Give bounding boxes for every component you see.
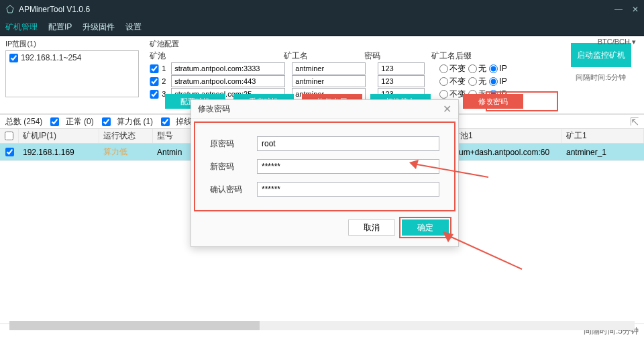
pool-password-input[interactable] [378, 62, 425, 75]
close-button[interactable]: ✕ [632, 5, 639, 14]
pool-password-input[interactable] [378, 75, 425, 87]
horizontal-scrollbar[interactable] [9, 321, 635, 330]
pool-header-worker: 矿工名 [284, 50, 364, 62]
col-pool1[interactable]: 矿池1 [448, 129, 562, 143]
menu-settings[interactable]: 设置 [125, 19, 142, 36]
new-password-input[interactable] [257, 159, 439, 174]
confirm-password-label: 确认密码 [210, 184, 257, 195]
pool-row-checkbox[interactable] [150, 90, 159, 99]
pool-url-input[interactable] [171, 75, 285, 87]
new-password-label: 新密码 [210, 161, 257, 172]
dialog-cancel-button[interactable]: 取消 [348, 219, 395, 236]
select-all-checkbox[interactable] [5, 132, 13, 140]
dialog-ok-button[interactable]: 确定 [402, 219, 449, 236]
ip-range-text: 192.168.1.1~254 [21, 53, 81, 62]
ip-range-list: 192.168.1.1~254 [5, 50, 139, 97]
status-total: 总数 (254) [5, 116, 42, 128]
pool-row-checkbox[interactable] [150, 77, 159, 86]
menu-upgrade[interactable]: 升级固件 [83, 19, 115, 36]
side-action-panel: 启动监控矿机 间隔时间:5分钟 [557, 36, 644, 113]
col-state[interactable]: 运行状态 [99, 129, 153, 143]
pool-row: 2 不变 无 IP [150, 75, 552, 87]
old-password-label: 原密码 [210, 138, 257, 150]
ip-range-label: IP范围(1) [5, 39, 139, 49]
col-ip[interactable]: 矿机IP(1) [19, 129, 99, 143]
col-worker1[interactable]: 矿工1 [562, 129, 644, 143]
suffix-radio-none[interactable]: 无 [468, 76, 486, 87]
cell-ip: 192.168.1.169 [19, 148, 99, 157]
suffix-radio-none[interactable]: 无 [468, 63, 486, 75]
pool-row-index: 2 [162, 77, 168, 85]
ip-range-item[interactable]: 192.168.1.1~254 [9, 52, 136, 63]
status-lowhash-checkbox[interactable] [102, 117, 111, 126]
cell-state: 算力低 [99, 146, 153, 158]
change-password-dialog: 修改密码 ✕ 原密码 新密码 确认密码 取消 确定 [191, 99, 459, 247]
status-offline-checkbox[interactable] [161, 117, 170, 126]
pool-header-pool: 矿池 [150, 50, 284, 62]
pool-header-suffix: 矿工名后缀 [431, 50, 552, 62]
menu-bar: 矿机管理 配置IP 升级固件 设置 [0, 19, 644, 36]
change-password-button[interactable]: 修改密码 [463, 94, 523, 109]
ip-range-checkbox[interactable] [9, 54, 18, 62]
suffix-radio-ip[interactable]: IP [489, 77, 506, 86]
pool-row-checkbox[interactable] [150, 64, 159, 73]
coin-selector[interactable]: BTC/BCH ▾ [598, 38, 636, 46]
pool-row-index: 1 [162, 64, 168, 72]
pool-config-label: 矿池配置 [150, 39, 552, 49]
minimize-button[interactable]: — [614, 5, 623, 14]
pool-worker-input[interactable] [292, 62, 366, 75]
cell-worker: antminer_1 [562, 148, 644, 157]
old-password-input[interactable] [257, 136, 439, 151]
confirm-password-input[interactable] [257, 182, 439, 197]
status-normal[interactable]: 正常 (0) [50, 116, 93, 128]
suffix-radio-keep[interactable]: 不变 [439, 76, 466, 87]
suffix-radio-keep[interactable]: 不变 [439, 63, 466, 75]
ip-range-panel: IP范围(1) 192.168.1.1~254 [0, 36, 144, 113]
dialog-close-button[interactable]: ✕ [443, 103, 451, 115]
menu-config-ip[interactable]: 配置IP [48, 19, 72, 36]
status-normal-checkbox[interactable] [50, 117, 59, 126]
row-checkbox[interactable] [5, 148, 14, 156]
pool-url-input[interactable] [171, 62, 285, 75]
menu-miner-manage[interactable]: 矿机管理 [5, 19, 38, 36]
interval-note: 间隔时间:5分钟 [576, 72, 626, 83]
suffix-radio-ip[interactable]: IP [489, 64, 506, 73]
pool-header-password: 密码 [364, 50, 431, 62]
pool-row: 1 不变 无 IP [150, 62, 552, 75]
app-title: APMinerTool V1.0.6 [19, 5, 90, 14]
pool-worker-input[interactable] [292, 75, 366, 87]
title-bar: APMinerTool V1.0.6 — ✕ [0, 0, 644, 19]
export-icon[interactable]: ⇱ [630, 115, 639, 128]
status-lowhash[interactable]: 算力低 (1) [102, 116, 153, 128]
dialog-title: 修改密码 [198, 103, 230, 115]
cell-pool: atum+dash.antpool.com:60 [448, 148, 562, 157]
app-logo-icon [5, 5, 15, 14]
start-monitor-button[interactable]: 启动监控矿机 [571, 43, 631, 67]
